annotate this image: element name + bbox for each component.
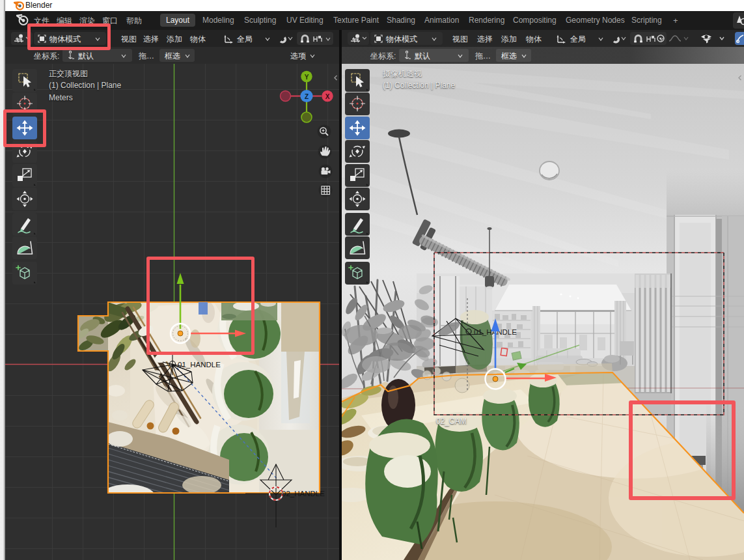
svg-text:02_CAM: 02_CAM bbox=[436, 417, 467, 426]
svg-text:01_HANDLE: 01_HANDLE bbox=[178, 361, 221, 369]
svg-text:Y: Y bbox=[305, 74, 309, 81]
svg-text:Z: Z bbox=[305, 93, 309, 100]
svg-text:X: X bbox=[325, 93, 330, 100]
svg-text:02_HANDLE: 02_HANDLE bbox=[282, 490, 325, 497]
